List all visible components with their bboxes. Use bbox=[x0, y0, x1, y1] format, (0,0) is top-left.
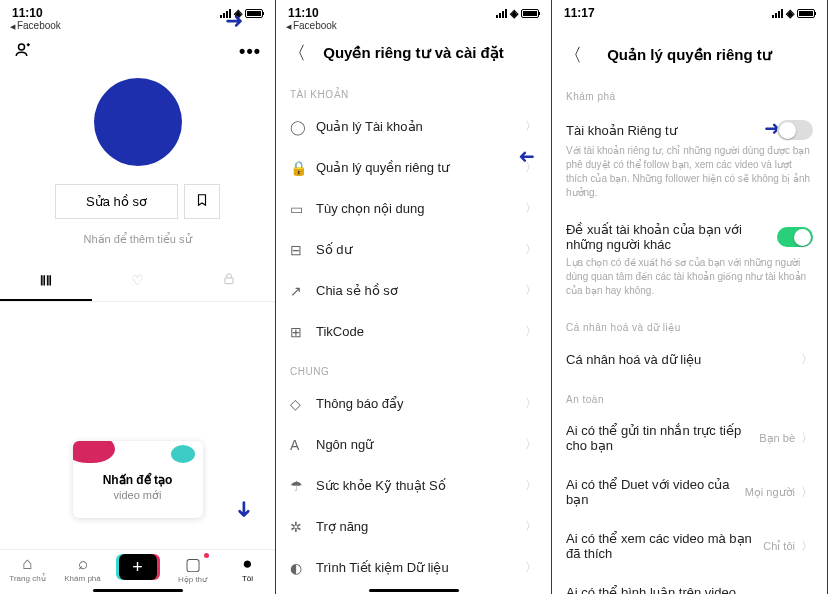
row-tikcode[interactable]: ⊞TikCode〉 bbox=[276, 311, 551, 352]
chevron-right-icon: 〉 bbox=[525, 282, 537, 299]
facebook-back-link[interactable]: Facebook bbox=[276, 20, 551, 31]
accessibility-icon: ✲ bbox=[290, 519, 316, 535]
signal-icon bbox=[772, 9, 783, 18]
signal-icon bbox=[496, 9, 507, 18]
status-time: 11:17 bbox=[564, 6, 595, 20]
section-label-account: TÀI KHOẢN bbox=[276, 75, 551, 106]
video-icon: ▭ bbox=[290, 201, 316, 217]
page-header: 〈 Quyền riêng tư và cài đặt bbox=[276, 31, 551, 75]
row-safety-comment[interactable]: Ai có thể bình luận trên video của bạnMọ… bbox=[552, 573, 827, 594]
row-digital-wellbeing[interactable]: ☂Sức khỏe Kỹ thuật Số〉 bbox=[276, 465, 551, 506]
chevron-right-icon: 〉 bbox=[525, 200, 537, 217]
annotation-arrow: ➜ bbox=[231, 500, 257, 518]
row-data-saver[interactable]: ◐Trình Tiết kiệm Dữ liệu〉 bbox=[276, 547, 551, 588]
wifi-icon: ◈ bbox=[786, 7, 794, 20]
row-push-notif[interactable]: ◇Thông báo đẩy〉 bbox=[276, 383, 551, 424]
section-label-personalization: Cá nhân hoá và dữ liệu bbox=[552, 308, 827, 339]
svg-point-0 bbox=[19, 44, 25, 50]
page-header: 〈 Quản lý quyền riêng tư bbox=[552, 33, 827, 77]
section-label-general: CHUNG bbox=[276, 352, 551, 383]
more-options-icon[interactable]: ••• bbox=[239, 41, 261, 62]
qr-icon: ⊞ bbox=[290, 324, 316, 340]
profile-tabs: ⦀⦀ ♡ bbox=[0, 262, 275, 302]
nav-me[interactable]: ●Tôi bbox=[220, 554, 275, 584]
section-label-discover: Khám phá bbox=[552, 77, 827, 108]
chevron-right-icon: 〉 bbox=[801, 538, 813, 555]
row-balance[interactable]: ⊟Số dư〉 bbox=[276, 229, 551, 270]
search-icon: ⌕ bbox=[55, 554, 110, 574]
status-time: 11:10 bbox=[12, 6, 43, 20]
status-indicators: ◈ bbox=[772, 7, 815, 20]
wifi-icon: ◈ bbox=[510, 7, 518, 20]
row-suggest-account: Đề xuất tài khoản của bạn với những ngườ… bbox=[552, 210, 827, 256]
screen-privacy: 11:17 ◈ 〈 Quản lý quyền riêng tư Khám ph… bbox=[552, 0, 828, 594]
edit-row: Sửa hồ sơ bbox=[0, 184, 275, 219]
row-manage-account[interactable]: ◯Quản lý Tài khoản〉 bbox=[276, 106, 551, 147]
row-safety-dm[interactable]: Ai có thể gửi tin nhắn trực tiếp cho bạn… bbox=[552, 411, 827, 465]
chevron-right-icon: 〉 bbox=[525, 395, 537, 412]
create-video-card[interactable]: Nhấn để tạo video mới bbox=[73, 441, 203, 518]
row-private-account: Tài khoản Riêng tư ➜ bbox=[552, 108, 827, 144]
screen-settings: 11:10 ◈ Facebook 〈 Quyền riêng tư và cài… bbox=[276, 0, 552, 594]
chevron-right-icon: 〉 bbox=[525, 241, 537, 258]
row-safety-liked[interactable]: Ai có thể xem các video mà bạn đã thíchC… bbox=[552, 519, 827, 573]
bio-hint[interactable]: Nhấn để thêm tiểu sử bbox=[0, 233, 275, 246]
tab-private[interactable] bbox=[183, 262, 275, 301]
chevron-right-icon: 〉 bbox=[525, 518, 537, 535]
home-icon: ⌂ bbox=[0, 554, 55, 574]
suggest-account-toggle[interactable] bbox=[777, 227, 813, 247]
person-icon: ● bbox=[220, 554, 275, 574]
annotation-arrow: ➜ bbox=[518, 144, 535, 168]
chevron-right-icon: 〉 bbox=[801, 351, 813, 368]
svg-rect-1 bbox=[225, 278, 233, 284]
plus-icon: + bbox=[119, 554, 157, 580]
row-share-profile[interactable]: ↗Chia sẻ hồ sơ〉 bbox=[276, 270, 551, 311]
home-indicator bbox=[369, 589, 459, 592]
bookmark-button[interactable] bbox=[184, 184, 220, 219]
private-account-desc: Với tài khoản riêng tư, chỉ những người … bbox=[552, 144, 827, 210]
status-bar: 11:17 ◈ bbox=[552, 0, 827, 20]
nav-create[interactable]: + bbox=[110, 554, 165, 584]
chevron-right-icon: 〉 bbox=[525, 436, 537, 453]
nav-inbox[interactable]: ▢Hộp thư bbox=[165, 554, 220, 584]
create-subtitle: video mới bbox=[73, 489, 203, 502]
suggest-account-desc: Lựa chọn có đề xuất hồ sơ của bạn với nh… bbox=[552, 256, 827, 308]
decorative-blob bbox=[73, 441, 115, 463]
battery-icon bbox=[797, 9, 815, 18]
person-icon: ◯ bbox=[290, 119, 316, 135]
row-safety-duet[interactable]: Ai có thể Duet với video của bạnMọi ngườ… bbox=[552, 465, 827, 519]
battery-icon bbox=[521, 9, 539, 18]
nav-discover[interactable]: ⌕Khám phá bbox=[55, 554, 110, 584]
page-title: Quản lý quyền riêng tư bbox=[564, 46, 815, 64]
create-title: Nhấn để tạo bbox=[73, 473, 203, 487]
battery-icon bbox=[245, 9, 263, 18]
umbrella-icon: ☂ bbox=[290, 478, 316, 494]
page-title: Quyền riêng tư và cài đặt bbox=[288, 44, 539, 62]
edit-profile-button[interactable]: Sửa hồ sơ bbox=[55, 184, 178, 219]
chevron-right-icon: 〉 bbox=[801, 430, 813, 447]
profile-top-row: ➜ ••• bbox=[0, 31, 275, 72]
nav-home[interactable]: ⌂Trang chủ bbox=[0, 554, 55, 584]
private-account-toggle[interactable] bbox=[777, 120, 813, 140]
decorative-blob bbox=[171, 445, 195, 463]
status-indicators: ◈ bbox=[496, 7, 539, 20]
data-saver-icon: ◐ bbox=[290, 560, 316, 576]
tab-grid[interactable]: ⦀⦀ bbox=[0, 262, 92, 301]
screen-profile: 11:10 ◈ Facebook ➜ ••• Sửa hồ sơ Nhấn để… bbox=[0, 0, 276, 594]
home-indicator bbox=[93, 589, 183, 592]
avatar[interactable] bbox=[94, 78, 182, 166]
section-label-safety: An toàn bbox=[552, 380, 827, 411]
chevron-right-icon: 〉 bbox=[801, 484, 813, 501]
row-personalization[interactable]: Cá nhân hoá và dữ liệu〉 bbox=[552, 339, 827, 380]
annotation-arrow: ➜ bbox=[225, 8, 243, 34]
tab-liked[interactable]: ♡ bbox=[92, 262, 184, 301]
add-user-icon[interactable] bbox=[14, 41, 32, 62]
bottom-nav: ⌂Trang chủ ⌕Khám phá + ▢Hộp thư ●Tôi bbox=[0, 549, 275, 584]
chevron-right-icon: 〉 bbox=[525, 477, 537, 494]
row-privacy[interactable]: 🔒Quản lý quyền riêng tư➜〉 bbox=[276, 147, 551, 188]
chevron-right-icon: 〉 bbox=[525, 323, 537, 340]
row-content-pref[interactable]: ▭Tùy chọn nội dung〉 bbox=[276, 188, 551, 229]
row-language[interactable]: ANgôn ngữ〉 bbox=[276, 424, 551, 465]
notification-dot bbox=[204, 553, 209, 558]
row-accessibility[interactable]: ✲Trợ năng〉 bbox=[276, 506, 551, 547]
